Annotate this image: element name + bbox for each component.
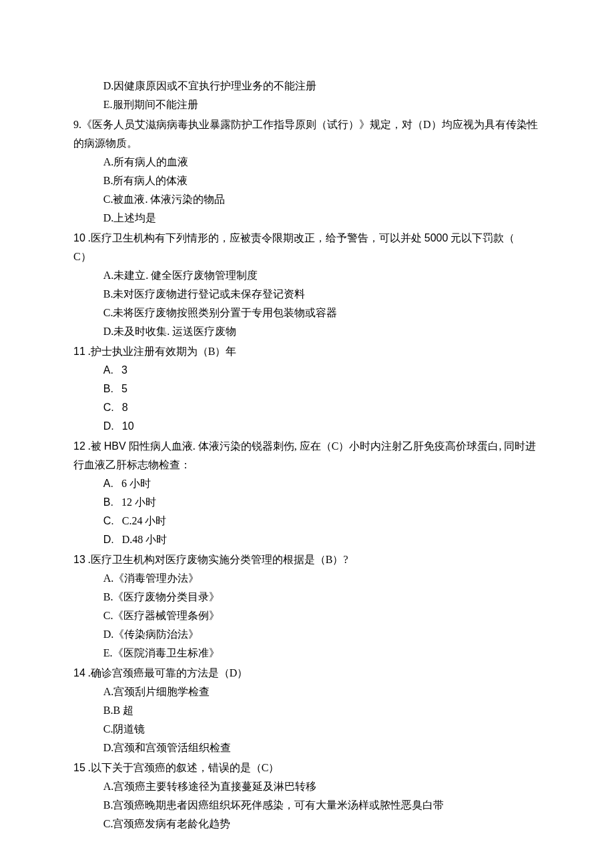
q11-d-label: D. bbox=[103, 420, 114, 432]
q10-option-c: C.未将医疗废物按照类别分置于专用包装物或容器 bbox=[73, 304, 541, 322]
q13-stem-text: .医疗卫生机构对医疗废物实施分类管理的根据是（B）? bbox=[85, 554, 348, 565]
q12-option-c: C. C.24 小时 bbox=[73, 512, 541, 530]
q12-c-val: C.24 小时 bbox=[122, 515, 167, 526]
question-9-stem: 9.《医务人员艾滋病病毒执业暴露防护工作指导原则（试行）》规定，对（D）均应视为… bbox=[73, 115, 541, 153]
q15-option-c: C.宫颈癌发病有老龄化趋势 bbox=[73, 815, 541, 833]
q11-option-c: C. 8 bbox=[73, 398, 541, 417]
q12-a-val: 6 小时 bbox=[121, 478, 151, 489]
q14-option-d: D.宫颈和宫颈管活组织检查 bbox=[73, 739, 541, 757]
q12-d-val: D.48 小时 bbox=[122, 534, 168, 545]
q10-number: 10 bbox=[73, 232, 85, 244]
q13-number: 13 bbox=[73, 554, 85, 565]
q10-amount: 5000 bbox=[424, 232, 448, 244]
q15-stem-text: .以下关于宫颈癌的叙述，错误的是（C） bbox=[85, 762, 280, 773]
q9-option-a: A.所有病人的血液 bbox=[73, 153, 541, 171]
q12-a-label: A. bbox=[103, 478, 113, 489]
q9-option-d: D.上述均是 bbox=[73, 209, 541, 228]
q11-c-label: C. bbox=[103, 402, 114, 413]
pre-options: D.因健康原因或不宜执行护理业务的不能注册 E.服刑期间不能注册 bbox=[73, 77, 541, 114]
q14-number: 14 bbox=[73, 667, 85, 679]
question-12: 12 .被 HBV 阳性病人血液. 体液污染的锐器刺伤, 应在（C）小时内注射乙… bbox=[73, 437, 541, 549]
question-15: 15 .以下关于宫颈癌的叙述，错误的是（C） A.宫颈癌主要转移途径为直接蔓延及… bbox=[73, 759, 541, 833]
q10-stem-post: 元以下罚款（ bbox=[448, 232, 515, 244]
q12-b-val: 12 小时 bbox=[121, 496, 156, 508]
q11-b-label: B. bbox=[103, 383, 113, 394]
q13-option-e: E.《医院消毒卫生标准》 bbox=[73, 644, 541, 663]
q11-option-a: A. 3 bbox=[73, 361, 541, 380]
question-13-stem: 13 .医疗卫生机构对医疗废物实施分类管理的根据是（B）? bbox=[73, 550, 541, 569]
q12-option-d: D. D.48 小时 bbox=[73, 530, 541, 549]
question-9: 9.《医务人员艾滋病病毒执业暴露防护工作指导原则（试行）》规定，对（D）均应视为… bbox=[73, 115, 541, 228]
q11-stem-text: .护士执业注册有效期为（B）年 bbox=[85, 346, 237, 357]
q11-a-label: A. bbox=[103, 364, 113, 376]
question-11: 11 .护士执业注册有效期为（B）年 A. 3 B. 5 C. 8 D. 10 bbox=[73, 342, 541, 436]
q11-c-val: 8 bbox=[122, 402, 128, 413]
q12-option-a: A. 6 小时 bbox=[73, 474, 541, 493]
q15-option-a: A.宫颈癌主要转移途径为直接蔓延及淋巴转移 bbox=[73, 777, 541, 796]
q13-option-d: D.《传染病防治法》 bbox=[73, 625, 541, 644]
q10-option-a: A.未建立. 健全医疗废物管理制度 bbox=[73, 266, 541, 285]
q14-option-a: A.宫颈刮片细胞学检查 bbox=[73, 683, 541, 701]
question-10-stem: 10 .医疗卫生机构有下列情形的，应被责令限期改正，给予警告，可以并处 5000… bbox=[73, 229, 541, 248]
question-10-stem-line2: C） bbox=[73, 248, 541, 266]
q9-option-c: C.被血液. 体液污染的物品 bbox=[73, 190, 541, 209]
q12-hbv: HBV bbox=[104, 440, 126, 452]
q11-a-val: 3 bbox=[121, 364, 127, 376]
q11-option-d: D. 10 bbox=[73, 417, 541, 436]
q12-option-b: B. 12 小时 bbox=[73, 493, 541, 512]
q13-option-b: B.《医疗废物分类目录》 bbox=[73, 588, 541, 606]
q13-option-a: A.《消毒管理办法》 bbox=[73, 569, 541, 588]
q10-stem-text: .医疗卫生机构有下列情形的，应被责令限期改正，给予警告，可以并处 bbox=[85, 232, 424, 244]
q15-option-b: B.宫颈癌晚期患者因癌组织坏死伴感染，可有大量米汤样或脓性恶臭白带 bbox=[73, 796, 541, 815]
question-13: 13 .医疗卫生机构对医疗废物实施分类管理的根据是（B）? A.《消毒管理办法》… bbox=[73, 550, 541, 663]
q11-b-val: 5 bbox=[121, 383, 127, 394]
q9-option-b: B.所有病人的体液 bbox=[73, 171, 541, 190]
question-14: 14 .确诊宫颈癌最可靠的方法是（D） A.宫颈刮片细胞学检查 B.B 超 C.… bbox=[73, 664, 541, 757]
option-d: D.因健康原因或不宜执行护理业务的不能注册 bbox=[73, 77, 541, 95]
q12-b-label: B. bbox=[103, 496, 113, 508]
q12-number: 12 bbox=[73, 440, 85, 452]
q14-stem-text: .确诊宫颈癌最可靠的方法是（D） bbox=[85, 667, 248, 679]
q11-option-b: B. 5 bbox=[73, 380, 541, 398]
q12-c-label: C. bbox=[103, 515, 114, 526]
q15-number: 15 bbox=[73, 762, 85, 773]
question-12-stem: 12 .被 HBV 阳性病人血液. 体液污染的锐器刺伤, 应在（C）小时内注射乙… bbox=[73, 437, 541, 474]
question-15-stem: 15 .以下关于宫颈癌的叙述，错误的是（C） bbox=[73, 759, 541, 777]
q12-stem-a: .被 bbox=[85, 440, 104, 452]
question-10: 10 .医疗卫生机构有下列情形的，应被责令限期改正，给予警告，可以并处 5000… bbox=[73, 229, 541, 341]
q11-d-val: 10 bbox=[122, 420, 134, 432]
q14-option-b: B.B 超 bbox=[73, 701, 541, 720]
question-11-stem: 11 .护士执业注册有效期为（B）年 bbox=[73, 342, 541, 361]
q10-option-d: D.未及时收集. 运送医疗废物 bbox=[73, 322, 541, 341]
question-14-stem: 14 .确诊宫颈癌最可靠的方法是（D） bbox=[73, 664, 541, 683]
q12-stem-b: 阳性病人血液. 体液污染的锐器刺伤, 应在（C）小时内注射乙肝免疫高价球蛋白, … bbox=[73, 440, 536, 470]
q10-option-b: B.未对医疗废物进行登记或未保存登记资料 bbox=[73, 285, 541, 304]
option-e: E.服刑期间不能注册 bbox=[73, 95, 541, 114]
q14-option-c: C.阴道镜 bbox=[73, 720, 541, 739]
q11-number: 11 bbox=[73, 346, 85, 357]
q13-option-c: C.《医疗器械管理条例》 bbox=[73, 606, 541, 625]
q12-d-label: D. bbox=[103, 534, 114, 545]
